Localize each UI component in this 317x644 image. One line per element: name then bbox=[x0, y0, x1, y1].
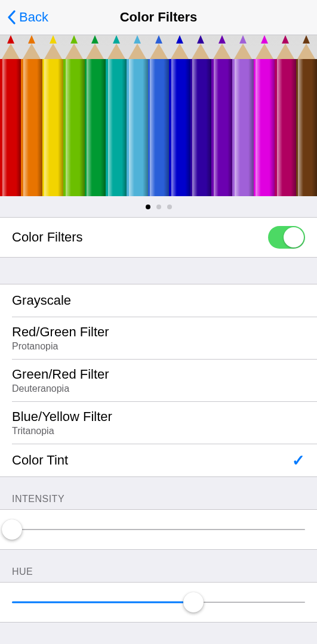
page-title: Color Filters bbox=[120, 10, 198, 25]
switch-knob bbox=[284, 227, 304, 247]
filter-title: Green/Red Filter bbox=[12, 367, 109, 382]
pencil bbox=[63, 35, 84, 196]
filter-option[interactable]: Color Tint✓ bbox=[0, 444, 317, 476]
checkmark-icon: ✓ bbox=[292, 451, 305, 470]
navigation-bar: Back Color Filters bbox=[0, 0, 317, 35]
color-filters-toggle-row: Color Filters bbox=[0, 218, 317, 257]
filter-subtitle: Tritanopia bbox=[12, 426, 54, 436]
pencil bbox=[232, 35, 253, 196]
hue-slider[interactable] bbox=[12, 593, 305, 611]
pencil bbox=[42, 35, 63, 196]
page-dot[interactable] bbox=[156, 205, 161, 209]
page-dot[interactable] bbox=[146, 205, 150, 209]
page-dot[interactable] bbox=[167, 205, 172, 209]
page-indicator[interactable] bbox=[0, 196, 317, 217]
pencil bbox=[275, 35, 296, 196]
pencil bbox=[169, 35, 190, 196]
pencil bbox=[254, 35, 275, 196]
intensity-slider-row bbox=[0, 509, 317, 550]
filter-option[interactable]: Red/Green FilterProtanopia bbox=[0, 317, 317, 359]
hue-slider-row bbox=[0, 582, 317, 623]
back-button[interactable]: Back bbox=[7, 0, 48, 35]
chevron-left-icon bbox=[7, 10, 16, 24]
pencil bbox=[21, 35, 42, 196]
filter-option[interactable]: Green/Red FilterDeuteranopia bbox=[0, 360, 317, 401]
color-filters-label: Color Filters bbox=[12, 230, 83, 245]
back-label: Back bbox=[19, 10, 48, 25]
slider-thumb[interactable] bbox=[183, 592, 204, 612]
filter-subtitle: Deuteranopia bbox=[12, 383, 69, 394]
filter-title: Grayscale bbox=[12, 293, 71, 308]
pencil bbox=[106, 35, 127, 196]
hue-header: HUE bbox=[0, 550, 317, 582]
filter-option[interactable]: Grayscale bbox=[0, 284, 317, 317]
filter-options-group: GrayscaleRed/Green FilterProtanopiaGreen… bbox=[0, 284, 317, 477]
intensity-slider[interactable] bbox=[12, 521, 305, 538]
color-filters-switch[interactable] bbox=[268, 226, 305, 249]
filter-subtitle: Protanopia bbox=[12, 341, 58, 352]
filter-option[interactable]: Blue/Yellow FilterTritanopia bbox=[0, 402, 317, 444]
pencil bbox=[85, 35, 106, 196]
color-preview-image[interactable] bbox=[0, 35, 317, 196]
filter-title: Color Tint bbox=[12, 453, 68, 468]
pencil bbox=[148, 35, 169, 196]
pencil bbox=[190, 35, 211, 196]
slider-thumb[interactable] bbox=[2, 519, 22, 540]
pencil bbox=[211, 35, 232, 196]
intensity-header: INTENSITY bbox=[0, 477, 317, 509]
filter-title: Red/Green Filter bbox=[12, 324, 109, 340]
pencil bbox=[296, 35, 317, 196]
filter-title: Blue/Yellow Filter bbox=[12, 409, 112, 425]
pencil bbox=[0, 35, 21, 196]
pencil bbox=[127, 35, 147, 196]
